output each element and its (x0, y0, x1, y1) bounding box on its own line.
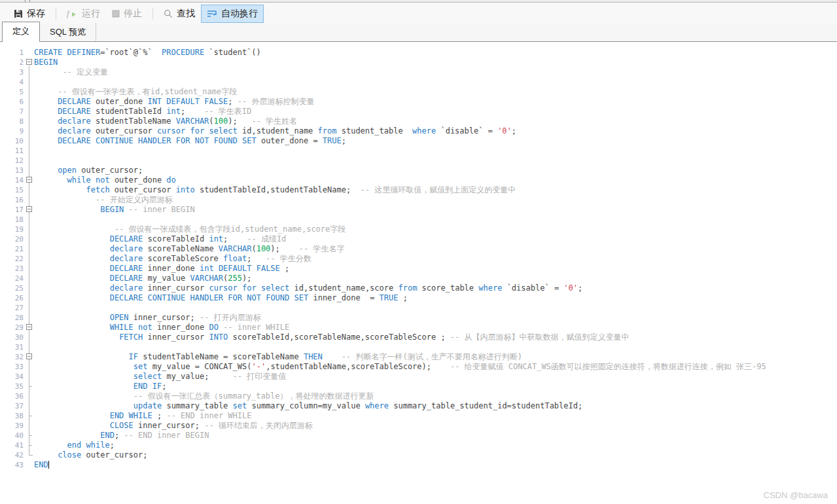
code-line[interactable]: 31 (0, 342, 837, 352)
tab-definition[interactable]: 定义 (2, 22, 40, 42)
line-number: 38 (0, 411, 25, 421)
code-line[interactable]: 33set my_value = CONCAT_WS('-',studentTa… (0, 362, 837, 372)
line-number: 9 (0, 126, 25, 136)
code-text: DECLARE outer_done INT DEFAULT FALSE; --… (34, 97, 314, 107)
code-line[interactable]: 39CLOSE inner_cursor; -- 循环结束后，关闭内层游标 (0, 421, 837, 431)
code-line[interactable]: 27 (0, 303, 837, 313)
line-number: 1 (0, 48, 25, 58)
code-line[interactable]: 21declare scoreTableName VARCHAR(100); -… (0, 244, 837, 254)
line-number: 11 (0, 146, 25, 156)
fold-gutter (25, 195, 34, 205)
code-text: WHILE not inner_done DO -- inner WHILE (34, 323, 289, 333)
code-line[interactable]: 41end while; (0, 441, 837, 450)
code-line[interactable]: 17BEGIN -- inner BEGIN (0, 205, 837, 215)
fold-collapse-icon[interactable] (26, 353, 32, 359)
tab-sql-preview[interactable]: SQL 预览 (40, 23, 96, 41)
line-number: 33 (0, 362, 25, 372)
fold-collapse-icon[interactable] (26, 206, 32, 212)
fold-gutter (25, 166, 34, 175)
line-number: 6 (0, 97, 25, 107)
code-line[interactable]: 28OPEN inner_cursor; -- 打开内层游标 (0, 313, 837, 323)
toolbar: 保存 f 运行 停止 查找 自动换行 (0, 3, 837, 24)
search-icon (164, 9, 173, 18)
stop-button[interactable]: 停止 (106, 5, 148, 23)
fold-gutter (25, 126, 34, 136)
code-line[interactable]: 4 (0, 77, 837, 87)
line-number: 26 (0, 293, 25, 303)
code-line[interactable]: 40END; -- END inner BEGIN (0, 431, 837, 441)
line-number: 37 (0, 401, 25, 411)
code-line[interactable]: 26DECLARE CONTINUE HANDLER FOR NOT FOUND… (0, 293, 837, 303)
code-line[interactable]: 34select my_value; -- 打印变量值 (0, 372, 837, 382)
run-button[interactable]: f 运行 (61, 5, 106, 23)
fold-connector-line (29, 264, 29, 274)
fold-connector-line (29, 156, 29, 166)
fold-collapse-icon[interactable] (26, 177, 32, 183)
fold-gutter (25, 293, 34, 303)
code-line[interactable]: 32IF studentTableName = scoreTableName T… (0, 352, 837, 362)
code-line[interactable]: 19-- 假设有一张成绩表，包含字段id,student_name,score字… (0, 225, 837, 234)
fold-gutter (25, 401, 34, 411)
code-line[interactable]: 3-- 定义变量 (0, 67, 837, 77)
line-number: 36 (0, 391, 25, 401)
fold-connector-line (29, 254, 29, 264)
code-line[interactable]: 23DECLARE inner_done int DEFAULT FALSE ; (0, 264, 837, 274)
code-line[interactable]: 14while not outer_done do (0, 175, 837, 185)
code-line[interactable]: 22declare scoreTableScore float; -- 学生分数 (0, 254, 837, 264)
code-line[interactable]: 35END IF; (0, 382, 837, 391)
code-line[interactable]: 1CREATE DEFINER=`root`@`%` PROCEDURE `st… (0, 48, 837, 58)
code-line[interactable]: 43END (0, 460, 837, 470)
code-text: declare scoreTableName VARCHAR(100); -- … (34, 244, 344, 254)
line-number: 10 (0, 136, 25, 146)
fold-gutter (25, 411, 34, 421)
save-button[interactable]: 保存 (8, 5, 51, 23)
code-line[interactable]: 18 (0, 215, 837, 225)
fold-connector-line (29, 391, 29, 401)
line-number: 21 (0, 244, 25, 254)
code-line[interactable]: 7DECLARE studentTableId int; -- 学生表ID (0, 107, 837, 117)
fold-connector-line (29, 333, 29, 342)
code-line[interactable]: 37update summary_table set summary_colum… (0, 401, 837, 411)
code-line[interactable]: 11 (0, 146, 837, 156)
code-line[interactable]: 29WHILE not inner_done DO -- inner WHILE (0, 323, 837, 333)
fold-gutter (25, 175, 34, 185)
code-line[interactable]: 38END WHILE ; -- END inner WHILE (0, 411, 837, 421)
line-number: 22 (0, 254, 25, 264)
code-line[interactable]: 2BEGIN (0, 58, 837, 67)
fold-gutter (25, 333, 34, 342)
word-wrap-toggle[interactable]: 自动换行 (201, 5, 264, 23)
code-line[interactable]: 30FETCH inner_cursor INTO scoreTableId,s… (0, 333, 837, 342)
code-line[interactable]: 15fetch outer_cursor into studentTableId… (0, 185, 837, 195)
code-line[interactable]: 8declare studentTableName VARCHAR(100); … (0, 117, 837, 126)
line-number: 8 (0, 117, 25, 126)
fold-connector-line (29, 185, 29, 195)
code-line[interactable]: 42close outer_cursor; (0, 450, 837, 460)
code-line[interactable]: 36-- 假设有一张汇总表（summary_table），将处理的数据进行更新 (0, 391, 837, 401)
code-line[interactable]: 20DECLARE scoreTableId int; -- 成绩Id (0, 234, 837, 244)
code-line[interactable]: 13open outer_cursor; (0, 166, 837, 175)
code-line[interactable]: 16-- 开始定义内层游标 (0, 195, 837, 205)
code-text: -- 假设有一张学生表，有id,student_name字段 (34, 87, 237, 97)
code-editor[interactable]: 1CREATE DEFINER=`root`@`%` PROCEDURE `st… (0, 43, 837, 504)
code-line[interactable]: 24DECLARE my_value VARCHAR(255); (0, 274, 837, 283)
code-line[interactable]: 10DECLARE CONTINUE HANDLER FOR NOT FOUND… (0, 136, 837, 146)
fold-collapse-icon[interactable] (26, 324, 32, 330)
line-number: 41 (0, 441, 25, 450)
fold-connector-line (29, 117, 29, 126)
fold-gutter (25, 274, 34, 283)
code-line[interactable]: 12 (0, 156, 837, 166)
code-line[interactable]: 6DECLARE outer_done INT DEFAULT FALSE; -… (0, 97, 837, 107)
code-text: DECLARE scoreTableId int; -- 成绩Id (34, 234, 286, 244)
fold-connector-line (29, 313, 29, 323)
fold-connector-line (29, 87, 29, 97)
fold-branch-tick (29, 386, 32, 387)
fold-connector-line (29, 225, 29, 234)
fold-collapse-icon[interactable] (26, 59, 32, 65)
find-button[interactable]: 查找 (158, 5, 201, 23)
code-line[interactable]: 25declare inner_cursor cursor for select… (0, 283, 837, 293)
fold-gutter (25, 303, 34, 313)
fold-gutter (25, 107, 34, 117)
code-line[interactable]: 5-- 假设有一张学生表，有id,student_name字段 (0, 87, 837, 97)
code-line[interactable]: 9declare outer_cursor cursor for select … (0, 126, 837, 136)
line-number: 32 (0, 352, 25, 362)
